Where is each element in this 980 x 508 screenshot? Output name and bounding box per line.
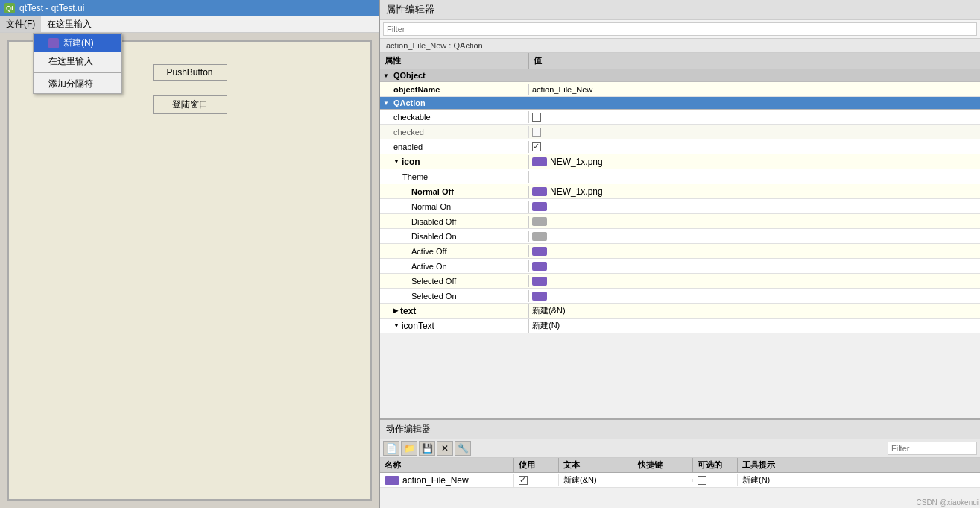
prop-row-theme: Theme: [380, 169, 980, 184]
menu-item-file[interactable]: 文件(F): [0, 16, 41, 32]
selected-on-icon-badge: [532, 292, 547, 301]
property-table-header: 属性 值: [380, 53, 980, 69]
prop-row-checkable: checkable: [380, 110, 980, 125]
prop-name-normal-on: Normal On: [380, 201, 529, 213]
text-expand-icon[interactable]: ▶: [393, 307, 398, 314]
action-open-btn[interactable]: 📁: [401, 441, 417, 456]
dropdown-menu: 新建(N) 在这里输入 添加分隔符: [33, 33, 122, 94]
prop-value-enabled[interactable]: [529, 141, 980, 153]
checked-checkbox[interactable]: [532, 128, 541, 137]
watermark: CSDN @xiaokenui: [916, 498, 979, 507]
active-on-icon-badge: [532, 262, 547, 271]
prop-value-disabled-on[interactable]: [529, 231, 980, 242]
prop-name-active-off: Active Off: [380, 245, 529, 257]
prop-value-selected-off[interactable]: [529, 275, 980, 287]
prop-value-theme[interactable]: [529, 175, 980, 178]
property-editor-title: 属性编辑器: [380, 0, 980, 20]
prop-row-checked: checked: [380, 125, 980, 139]
prop-row-enabled: enabled: [380, 139, 980, 154]
right-panel: 属性编辑器 action_File_New : QAction 属性 值 QOb…: [380, 0, 980, 508]
action-cell-used[interactable]: [514, 474, 559, 486]
property-filter-bar: [380, 20, 980, 39]
icontext-expand-icon[interactable]: ▼: [393, 322, 399, 329]
prop-row-disabled-off: Disabled Off: [380, 214, 980, 229]
action-editor-title: 动作编辑器: [380, 420, 980, 439]
prop-value-checkable[interactable]: [529, 111, 980, 123]
object-label: action_File_New : QAction: [380, 39, 980, 53]
prop-row-icon: ▼ icon NEW_1x.png: [380, 154, 980, 169]
prop-name-checked: checked: [380, 126, 529, 138]
normal-off-filename: NEW_1x.png: [550, 186, 603, 197]
prop-row-text: ▶ text 新建(&N): [380, 304, 980, 319]
prop-value-active-off[interactable]: [529, 245, 980, 257]
col-shortcut-header: 快捷键: [633, 458, 693, 472]
action-delete-btn[interactable]: ✕: [437, 441, 453, 456]
left-panel: Qt qtTest - qtTest.ui 文件(F) 在这里输入 新建(N) …: [0, 0, 380, 508]
new-doc-icon: 📄: [386, 443, 397, 454]
prop-name-selected-off: Selected Off: [380, 275, 529, 287]
action-filter-input[interactable]: [888, 442, 977, 455]
prop-name-normal-off: Normal Off: [380, 186, 529, 198]
dropdown-item-separator[interactable]: 添加分隔符: [34, 75, 121, 93]
prop-value-selected-on[interactable]: [529, 290, 980, 302]
prop-value-checked[interactable]: [529, 126, 980, 138]
action-row-icon: [385, 476, 399, 485]
col-text-header: 文本: [559, 458, 633, 472]
checkable-checkbox[interactable]: [532, 113, 541, 122]
action-save-btn[interactable]: 💾: [419, 441, 435, 456]
prop-value-icontext[interactable]: 新建(N): [529, 319, 980, 333]
property-table: 属性 值 QObject objectName action_File_New …: [380, 53, 980, 418]
property-filter-input[interactable]: [383, 22, 977, 36]
action-used-checkbox[interactable]: [519, 476, 528, 485]
prop-name-selected-on: Selected On: [380, 290, 529, 302]
prop-value-objectname[interactable]: action_File_New: [529, 84, 980, 95]
prop-name-icon: ▼ icon: [380, 155, 529, 169]
action-cell-text: 新建(&N): [559, 473, 633, 487]
prop-row-disabled-on: Disabled On: [380, 229, 980, 244]
normal-off-icon-badge: [532, 187, 547, 196]
prop-name-objectname: objectName: [380, 84, 529, 95]
design-area: PushButton 登陆窗口: [0, 33, 379, 508]
wrench-icon: 🔧: [458, 443, 469, 454]
action-cell-tooltip: 新建(N): [738, 473, 980, 487]
prop-value-text[interactable]: 新建(&N): [529, 304, 980, 318]
dropdown-item-new[interactable]: 新建(N): [34, 34, 121, 52]
prop-value-normal-on[interactable]: [529, 201, 980, 213]
push-button[interactable]: PushButton: [153, 64, 227, 81]
qobject-expand-icon: [383, 72, 391, 79]
login-button[interactable]: 登陆窗口: [153, 95, 227, 114]
action-table-header: 名称 使用 文本 快捷键 可选的 工具提示: [380, 458, 980, 473]
prop-value-disabled-off[interactable]: [529, 216, 980, 228]
selected-off-icon-badge: [532, 277, 547, 286]
action-new-btn[interactable]: 📄: [383, 441, 399, 456]
prop-value-active-on[interactable]: [529, 260, 980, 272]
qaction-group-header[interactable]: QAction: [380, 97, 980, 110]
icontext-label: iconText: [402, 321, 434, 331]
action-settings-btn[interactable]: 🔧: [455, 441, 471, 456]
text-label: text: [400, 306, 416, 316]
active-off-icon-badge: [532, 247, 547, 256]
dropdown-item-input[interactable]: 在这里输入: [34, 52, 121, 71]
icon-expand-icon[interactable]: ▼: [393, 158, 399, 165]
qobject-group-name: QObject: [393, 71, 426, 80]
action-filter-container: [888, 442, 977, 455]
action-cell-shortcut: [633, 479, 693, 482]
disabled-off-icon-badge: [532, 217, 547, 226]
prop-value-normal-off[interactable]: NEW_1x.png: [529, 185, 980, 198]
prop-row-normal-on: Normal On: [380, 199, 980, 214]
prop-name-icontext: ▼ iconText: [380, 319, 529, 333]
enabled-checkbox[interactable]: [532, 142, 541, 151]
design-window: PushButton 登陆窗口: [7, 40, 372, 501]
action-checkable-checkbox[interactable]: [698, 476, 706, 485]
prop-name-disabled-on: Disabled On: [380, 231, 529, 242]
qobject-group-header[interactable]: QObject: [380, 69, 980, 82]
col-value-header: 值: [529, 53, 980, 69]
icon-filename: NEW_1x.png: [550, 157, 603, 167]
menu-item-input[interactable]: 在这里输入: [41, 16, 98, 32]
action-name-label: action_File_New: [402, 475, 469, 486]
normal-on-icon-badge: [532, 202, 547, 211]
qt-logo-icon: Qt: [4, 3, 15, 13]
prop-value-icon[interactable]: NEW_1x.png: [529, 155, 980, 169]
action-cell-checkable[interactable]: [693, 474, 738, 486]
action-toolbar: 📄 📁 💾 ✕ 🔧: [380, 439, 980, 458]
